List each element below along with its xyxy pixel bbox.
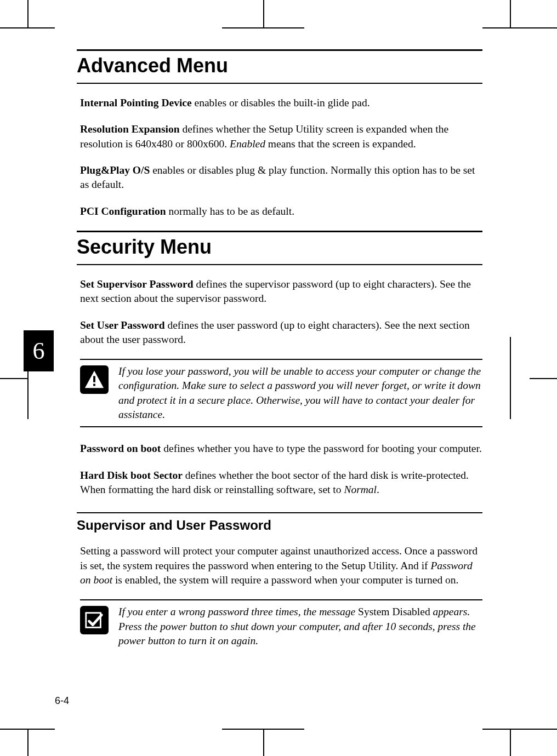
crop-mark [263,0,264,27]
text: means that the screen is expanded. [265,138,416,150]
para-resolution-expansion: Resolution Expansion defines whether the… [80,122,482,151]
emph-enabled: Enabled [230,138,265,150]
chapter-tab: 6 [24,330,54,371]
text: Setting a password will protect your com… [80,545,478,571]
crop-mark [482,729,557,730]
crop-mark [482,27,557,28]
text-system-disabled: System Disabled [358,606,430,617]
crop-mark [510,729,511,756]
term-hard-disk-boot-sector: Hard Disk boot Sector [80,469,183,481]
term-set-supervisor-password: Set Supervisor Password [80,278,194,290]
page: 6 Advanced Menu Internal Pointing Device… [0,0,557,756]
svg-rect-2 [93,384,95,386]
crop-mark [0,378,27,379]
crop-mark [222,27,304,28]
para-plug-and-play: Plug&Play O/S enables or disables plug &… [80,163,482,192]
content-area: Advanced Menu Internal Pointing Device e… [77,49,482,667]
text: . [377,484,379,495]
warning-text: If you lose your password, you will be u… [118,364,482,422]
text: normally has to be as default. [166,205,294,217]
check-icon [80,606,109,634]
term-resolution-expansion: Resolution Expansion [80,123,180,135]
term-plug-and-play-os: Plug&Play O/S [80,164,150,176]
para-hard-disk-boot-sector: Hard Disk boot Sector defines whether th… [80,468,482,497]
text: is enabled, the system will require a pa… [112,574,458,586]
svg-rect-1 [93,376,95,382]
heading-security-menu: Security Menu [77,231,482,265]
para-password-on-boot: Password on boot defines whether you hav… [80,442,482,456]
para-set-supervisor-password: Set Supervisor Password defines the supe… [80,277,482,306]
para-internal-pointing-device: Internal Pointing Device enables or disa… [80,96,482,110]
crop-mark [27,729,29,756]
warning-callout: If you lose your password, you will be u… [80,359,482,427]
term-pci-configuration: PCI Configuration [80,205,166,217]
crop-mark [0,27,55,28]
crop-mark [530,378,557,379]
para-supervisor-user-intro: Setting a password will protect your com… [80,544,482,587]
heading-supervisor-user-password: Supervisor and User Password [77,512,482,536]
page-number: 6-4 [55,695,69,707]
term-set-user-password: Set User Password [80,319,165,331]
para-set-user-password: Set User Password defines the user passw… [80,318,482,347]
crop-mark [27,0,29,27]
text: defines whether you have to type the pas… [161,443,481,454]
crop-mark [510,337,511,419]
heading-advanced-menu: Advanced Menu [77,49,482,84]
term-password-on-boot: Password on boot [80,443,161,454]
crop-mark [510,0,511,27]
note-callout: If you enter a wrong password three time… [80,599,482,652]
chapter-number: 6 [33,337,45,364]
para-pci-configuration: PCI Configuration normally has to be as … [80,204,482,219]
text: If you enter a wrong password three time… [118,606,358,617]
text: enables or disables the built-in glide p… [192,97,370,108]
note-text: If you enter a wrong password three time… [118,605,482,648]
emph-normal: Normal [344,484,377,495]
term-internal-pointing-device: Internal Pointing Device [80,97,192,108]
warning-icon [80,365,109,394]
crop-mark [263,729,264,756]
